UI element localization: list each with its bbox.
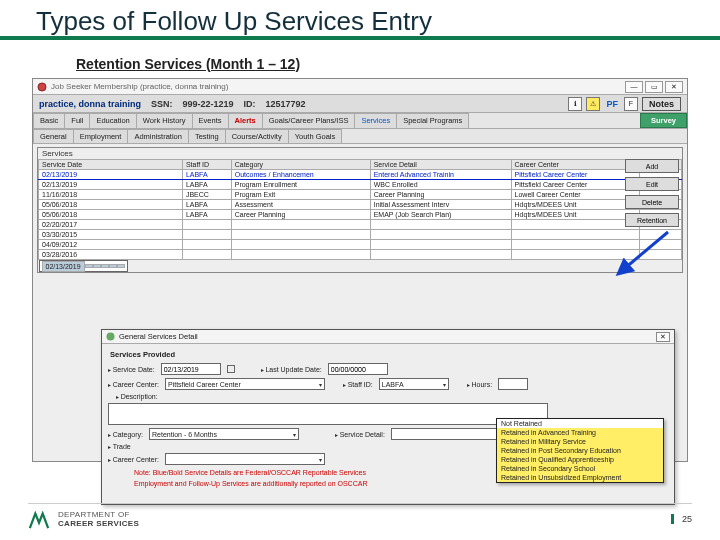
close-button[interactable]: ✕ <box>665 81 683 93</box>
subtab-administration[interactable]: Administration <box>127 129 189 143</box>
delete-button[interactable]: Delete <box>625 195 679 209</box>
table-cell <box>370 230 511 240</box>
table-cell: Lowell Career Center <box>511 190 640 200</box>
subtab-testing[interactable]: Testing <box>188 129 226 143</box>
department-name: DEPARTMENT OF CAREER SERVICES <box>58 510 139 528</box>
table-row[interactable]: 02/13/2019 <box>39 260 128 272</box>
page-number: 25 <box>671 514 692 524</box>
service-date-input[interactable] <box>161 363 221 375</box>
table-cell <box>231 230 370 240</box>
table-row[interactable]: 05/06/2018LABFACareer PlanningEMAP (Job … <box>39 210 682 220</box>
tab-basic[interactable]: Basic <box>33 113 65 128</box>
dialog-title-bar: General Services Detail ✕ <box>102 330 674 344</box>
table-row[interactable]: 03/30/2015 <box>39 230 682 240</box>
tab-special-programs[interactable]: Special Programs <box>396 113 469 128</box>
career-center-select[interactable]: Pittsfield Career Center▾ <box>165 378 325 390</box>
table-cell: Hdqtrs/MDEES Unit <box>511 210 640 220</box>
maximize-button[interactable]: ▭ <box>645 81 663 93</box>
minimize-button[interactable]: — <box>625 81 643 93</box>
table-cell <box>231 220 370 230</box>
description-textarea[interactable] <box>108 403 548 425</box>
career-center-2-label: Career Center: <box>108 456 159 463</box>
alert-icon[interactable]: ⚠ <box>586 97 600 111</box>
table-cell <box>511 220 640 230</box>
table-cell: Initial Assessment Interv <box>370 200 511 210</box>
table-row[interactable]: 04/09/2012 <box>39 240 682 250</box>
table-cell <box>370 220 511 230</box>
window-title-bar: Job Seeker Membership (practice, donna t… <box>33 79 687 95</box>
table-cell <box>231 250 370 260</box>
title-rule <box>0 36 720 40</box>
chevron-down-icon: ▾ <box>293 431 296 438</box>
subtab-youth-goals[interactable]: Youth Goals <box>288 129 343 143</box>
subtab-employment[interactable]: Employment <box>73 129 129 143</box>
svg-line-1 <box>618 232 668 274</box>
tab-services[interactable]: Services <box>354 113 397 128</box>
table-row[interactable]: 02/13/2019LABFAOutcomes / EnhancemenEnte… <box>39 170 682 180</box>
tab-education[interactable]: Education <box>89 113 136 128</box>
table-cell: 03/28/2016 <box>39 250 183 260</box>
services-provided-label: Services Provided <box>110 350 668 359</box>
staff-id-label: Staff ID: <box>343 381 373 388</box>
dropdown-option[interactable]: Retained in Secondary School <box>497 464 663 473</box>
table-cell: 02/20/2017 <box>39 220 183 230</box>
dropdown-option[interactable]: Retained in Unsubsidized Employment <box>497 473 663 482</box>
table-cell: 05/06/2018 <box>39 210 183 220</box>
subtab-course-activity[interactable]: Course/Activity <box>225 129 289 143</box>
subtab-general[interactable]: General <box>33 129 74 143</box>
table-cell <box>370 250 511 260</box>
table-row[interactable]: 02/20/2017 <box>39 220 682 230</box>
date-picker-icon[interactable] <box>227 365 235 373</box>
services-panel: Services Service DateStaff IDCategorySer… <box>37 147 683 273</box>
table-cell: Assessment <box>231 200 370 210</box>
staff-id-select[interactable]: LABFA▾ <box>379 378 449 390</box>
dropdown-option[interactable]: Retained in Qualified Apprenticeship <box>497 455 663 464</box>
last-update-input <box>328 363 388 375</box>
table-row[interactable]: 03/28/2016 <box>39 250 682 260</box>
tab-goals-career-plans-iss[interactable]: Goals/Career Plans/ISS <box>262 113 356 128</box>
dropdown-option[interactable]: Not Retained <box>497 419 663 428</box>
career-center-2-select[interactable]: ▾ <box>165 453 325 465</box>
table-row[interactable]: 02/13/2019LABFAProgram EnrollmentWBC Enr… <box>39 180 682 190</box>
table-cell: LABFA <box>182 200 231 210</box>
table-row[interactable]: 11/16/2018JBECCProgram ExitCareer Planni… <box>39 190 682 200</box>
service-detail-dropdown[interactable]: Not RetainedRetained in Advanced Trainin… <box>496 418 664 483</box>
services-table[interactable]: Service DateStaff IDCategoryService Deta… <box>38 159 682 272</box>
chevron-down-icon: ▾ <box>319 381 322 388</box>
col-header[interactable]: Service Date <box>39 160 183 170</box>
col-header[interactable]: Service Detail <box>370 160 511 170</box>
dialog-close-button[interactable]: ✕ <box>656 332 670 342</box>
table-cell: Outcomes / Enhancemen <box>231 170 370 180</box>
retention-button[interactable]: Retention <box>625 213 679 227</box>
dropdown-option[interactable]: Retained in Advanced Training <box>497 428 663 437</box>
col-header[interactable]: Career Center <box>511 160 640 170</box>
table-cell <box>109 264 117 268</box>
trade-label: Trade <box>108 443 131 450</box>
tab-full[interactable]: Full <box>64 113 90 128</box>
dropdown-option[interactable]: Retained in Military Service <box>497 437 663 446</box>
description-label: Description: <box>116 393 158 400</box>
table-cell <box>370 240 511 250</box>
table-row[interactable]: 05/06/2018LABFAAssessmentInitial Assessm… <box>39 200 682 210</box>
category-select[interactable]: Retention - 6 Months▾ <box>149 428 299 440</box>
col-header[interactable]: Staff ID <box>182 160 231 170</box>
tab-work-history[interactable]: Work History <box>136 113 193 128</box>
notes-button[interactable]: Notes <box>642 97 681 111</box>
survey-button[interactable]: Survey <box>640 113 687 128</box>
dialog-title: General Services Detail <box>119 332 198 341</box>
col-header[interactable]: Category <box>231 160 370 170</box>
tab-events[interactable]: Events <box>192 113 229 128</box>
info-icon[interactable]: ℹ <box>568 97 582 111</box>
category-label: Category: <box>108 431 143 438</box>
ssn-label: SSN: <box>151 99 173 109</box>
tab-row-main: BasicFullEducationWork HistoryEventsAler… <box>33 113 687 129</box>
tab-alerts[interactable]: Alerts <box>228 113 263 128</box>
add-button[interactable]: Add <box>625 159 679 173</box>
flag-icon[interactable]: F <box>624 97 638 111</box>
hours-input[interactable] <box>498 378 528 390</box>
table-cell: JBECC <box>182 190 231 200</box>
edit-button[interactable]: Edit <box>625 177 679 191</box>
dropdown-option[interactable]: Retained in Post Secondary Education <box>497 446 663 455</box>
table-cell: 02/13/2019 <box>39 180 183 190</box>
tab-row-sub: GeneralEmploymentAdministrationTestingCo… <box>33 129 687 144</box>
